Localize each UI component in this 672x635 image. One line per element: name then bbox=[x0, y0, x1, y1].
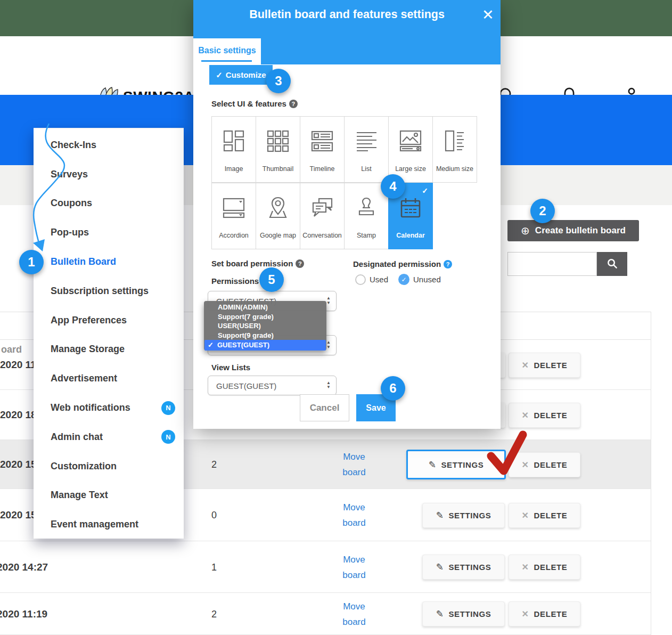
sidebar-item-advertisement[interactable]: Advertisement bbox=[34, 364, 184, 393]
sidebar-item-admin-chat[interactable]: Admin chatN bbox=[34, 422, 184, 452]
cancel-button[interactable]: Cancel bbox=[300, 394, 349, 421]
move-board-link[interactable]: Move board bbox=[339, 449, 370, 480]
new-badge: N bbox=[161, 430, 175, 444]
timeline-icon bbox=[300, 117, 344, 165]
modal-title: Bulletin board and features settings bbox=[193, 8, 501, 21]
selected-check-icon: ✓ bbox=[422, 186, 428, 195]
image-icon bbox=[212, 117, 256, 165]
x-icon: ✕ bbox=[522, 460, 529, 470]
view-lists-label: View Lists bbox=[211, 363, 250, 372]
help-icon[interactable]: ? bbox=[444, 260, 452, 268]
view-lists-select[interactable]: GUEST(GUEST) ▲▼ bbox=[208, 376, 337, 395]
sidebar-item-event-management[interactable]: Event management bbox=[34, 510, 184, 539]
pencil-icon: ✎ bbox=[436, 608, 444, 620]
help-icon[interactable]: ? bbox=[289, 100, 298, 108]
stepper-icon: ▲▼ bbox=[326, 340, 331, 350]
sidebar-item-pop-ups[interactable]: Pop-ups bbox=[34, 218, 184, 247]
dropdown-option[interactable]: ADMIN(ADMIN) bbox=[204, 303, 326, 312]
delete-button[interactable]: ✕DELETE bbox=[509, 555, 580, 580]
step-badge-6: 6 bbox=[381, 376, 405, 401]
tab-basic-settings[interactable]: Basic settings bbox=[193, 38, 261, 64]
menu-item-label: Advertisement bbox=[51, 373, 117, 384]
sidebar-item-coupons[interactable]: Coupons bbox=[34, 189, 184, 218]
customize-label: Customize bbox=[226, 70, 266, 79]
tab-underline bbox=[201, 60, 252, 62]
settings-label: SETTINGS bbox=[449, 511, 491, 520]
feature-label: Timeline bbox=[300, 165, 344, 182]
delete-button[interactable]: ✕DELETE bbox=[509, 503, 580, 528]
feature-cell-image[interactable]: Image bbox=[211, 116, 256, 183]
pencil-icon: ✎ bbox=[436, 510, 444, 521]
sidebar-item-web-notifications[interactable]: Web notificationsN bbox=[34, 393, 184, 422]
feature-cell-large-size[interactable]: Large size bbox=[388, 116, 433, 183]
feature-label: List bbox=[345, 165, 388, 182]
settings-button[interactable]: ✎SETTINGS bbox=[406, 450, 506, 479]
table-row: 2020 14:271Move board✎SETTINGS✕DELETE bbox=[0, 541, 651, 593]
delete-label: DELETE bbox=[534, 460, 568, 469]
move-board-link[interactable]: Move board bbox=[339, 552, 370, 583]
sidebar-item-subscription-settings[interactable]: Subscription settings bbox=[34, 276, 184, 306]
permissions-dropdown-open: ADMIN(ADMIN)Support(7 grade)USER(USER)Su… bbox=[204, 301, 326, 351]
google-map-icon bbox=[256, 183, 300, 232]
sidebar-item-surveys[interactable]: Surveys bbox=[34, 160, 184, 189]
customize-button[interactable]: ✓ Customize bbox=[209, 65, 273, 85]
feature-cell-medium-size[interactable]: Medium size bbox=[432, 116, 477, 183]
delete-button[interactable]: ✕DELETE bbox=[509, 601, 580, 626]
delete-button[interactable]: ✕DELETE bbox=[509, 452, 580, 477]
radio-unused-label: Unused bbox=[413, 275, 441, 284]
sidebar-item-manage-text[interactable]: Manage Text bbox=[34, 481, 184, 510]
create-bulletin-board-button[interactable]: ⊕ Create bulletin board bbox=[507, 220, 639, 241]
step-badge-4: 4 bbox=[381, 174, 405, 199]
settings-button[interactable]: ✎SETTINGS bbox=[422, 503, 505, 528]
close-icon[interactable]: ✕ bbox=[482, 6, 494, 23]
screen: SWING2A sts bbox=[0, 0, 672, 635]
designated-permission-label: Designated permission ? bbox=[353, 259, 452, 268]
board-search-input[interactable] bbox=[507, 252, 597, 276]
feature-label: Medium size bbox=[433, 165, 477, 182]
sidebar-item-manage-storage[interactable]: Manage Storage bbox=[34, 335, 184, 364]
feature-cell-thumbnail[interactable]: Thumbnail bbox=[256, 116, 300, 183]
menu-item-label: Surveys bbox=[51, 169, 88, 180]
delete-label: DELETE bbox=[534, 361, 568, 370]
create-bulletin-board-label: Create bulletin board bbox=[535, 225, 626, 236]
table-row: 2020 11:192Move board✎SETTINGS✕DELETE bbox=[0, 593, 651, 635]
feature-cell-conversation[interactable]: Conversation bbox=[300, 183, 345, 249]
move-board-link[interactable]: Move board bbox=[339, 500, 370, 531]
table-right-border bbox=[651, 312, 651, 635]
set-board-permission-label: Set board permission ? bbox=[211, 259, 304, 268]
dropdown-option[interactable]: USER(USER) bbox=[204, 321, 326, 331]
sidebar-item-app-preferences[interactable]: App Preferences bbox=[34, 306, 184, 335]
settings-label: SETTINGS bbox=[449, 609, 491, 618]
radio-unused[interactable]: ✓ bbox=[398, 274, 409, 285]
new-badge: N bbox=[161, 401, 175, 415]
delete-button[interactable]: ✕DELETE bbox=[509, 403, 580, 428]
dropdown-option[interactable]: Support(7 grade) bbox=[204, 312, 326, 322]
feature-label: Thumbnail bbox=[256, 165, 300, 182]
delete-button[interactable]: ✕DELETE bbox=[509, 353, 580, 378]
feature-cell-accordion[interactable]: Accordion bbox=[211, 183, 256, 249]
sidebar-item-check-ins[interactable]: Check-Ins bbox=[34, 131, 184, 160]
feature-cell-timeline[interactable]: Timeline bbox=[300, 116, 345, 183]
settings-button[interactable]: ✎SETTINGS bbox=[422, 555, 505, 580]
help-icon[interactable]: ? bbox=[296, 259, 304, 268]
feature-cell-list[interactable]: List bbox=[344, 116, 389, 183]
menu-item-label: App Preferences bbox=[51, 315, 127, 326]
move-board-link[interactable]: Move board bbox=[339, 599, 370, 630]
radio-used-label: Used bbox=[370, 275, 388, 284]
feature-cell-google-map[interactable]: Google map bbox=[256, 183, 300, 249]
conversation-icon bbox=[300, 183, 344, 232]
board-search-button[interactable] bbox=[597, 252, 627, 276]
dropdown-option-selected[interactable]: ✓GUEST(GUEST) bbox=[204, 340, 326, 351]
feature-label: Accordion bbox=[212, 232, 256, 249]
radio-used[interactable] bbox=[355, 274, 366, 285]
sidebar-item-bulletin-board[interactable]: Bulletin Board bbox=[34, 247, 184, 276]
dropdown-option[interactable]: Support(9 grade) bbox=[204, 331, 326, 340]
row-date: 2020 11:19 bbox=[0, 608, 47, 620]
step-badge-5: 5 bbox=[259, 267, 284, 292]
tab-basic-settings-label: Basic settings bbox=[193, 46, 261, 55]
settings-button[interactable]: ✎SETTINGS bbox=[422, 601, 505, 626]
features-grid-row2: AccordionGoogle mapConversationStampCale… bbox=[211, 183, 477, 249]
services-menu: Check-InsSurveysCouponsPop-upsBulletin B… bbox=[34, 128, 184, 539]
sidebar-item-customization[interactable]: Customization bbox=[34, 452, 184, 481]
feature-cell-empty bbox=[432, 183, 477, 249]
